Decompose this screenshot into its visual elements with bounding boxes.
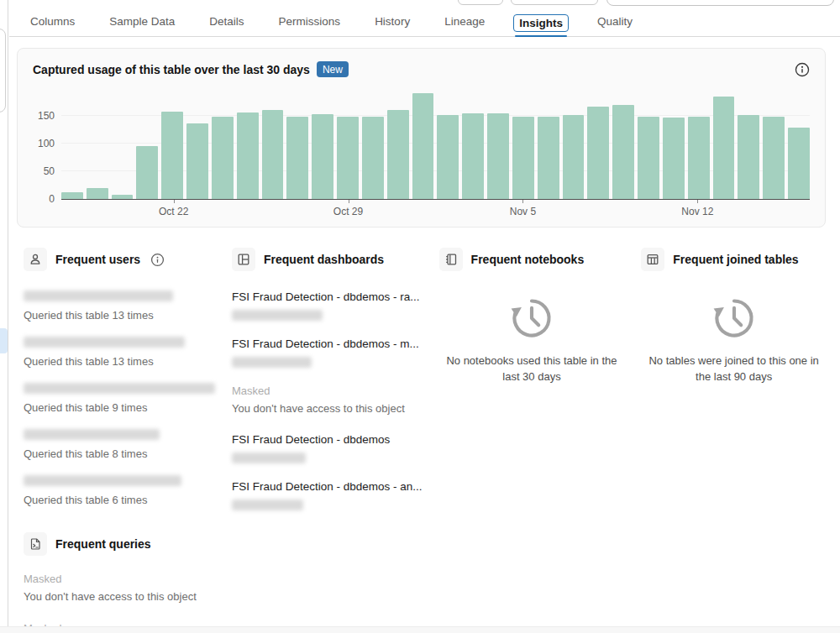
usage-bar[interactable]	[462, 113, 484, 199]
insights-tab-content: ColumnsSample DataDetailsPermissionsHist…	[9, 0, 840, 633]
frequent-user-item: Queried this table 13 times	[24, 290, 215, 322]
usage-bar[interactable]	[312, 114, 333, 199]
x-axis-tick	[697, 200, 698, 203]
usage-bar[interactable]	[87, 188, 108, 199]
usage-bar[interactable]	[538, 117, 559, 199]
dashboard-link[interactable]: FSI Fraud Detection - dbdemos - an...	[232, 480, 423, 493]
usage-bar[interactable]	[487, 113, 509, 199]
y-axis-tick-label: 100	[38, 138, 55, 149]
usage-bar[interactable]	[286, 117, 308, 199]
frequent-dashboard-item: FSI Fraud Detection - dbdemos - ra...	[232, 290, 423, 321]
frequent-notebooks-header: Frequent notebooks	[439, 248, 625, 271]
masked-dashboard-subtitle	[232, 453, 306, 463]
frequent-queries-list: MaskedYou don't have access to this obje…	[24, 573, 215, 633]
usage-panel-header: Captured usage of this table over the la…	[33, 61, 810, 77]
usage-bar[interactable]	[61, 192, 83, 199]
frequent-dashboards-column: Frequent dashboards FSI Fraud Detection …	[232, 248, 423, 633]
masked-access-text: You don't have access to this object	[232, 402, 423, 415]
top-button-fragment[interactable]	[511, 0, 598, 5]
frequent-users-header: Frequent users	[24, 248, 215, 271]
sidebar-selected-item-fragment[interactable]	[0, 328, 8, 353]
tab-permissions[interactable]: Permissions	[273, 15, 347, 36]
usage-bar[interactable]	[262, 110, 284, 199]
frequent-dashboards-title: Frequent dashboards	[264, 253, 384, 266]
masked-user-name	[24, 290, 173, 301]
top-search-fragment[interactable]	[606, 0, 834, 6]
usage-bar[interactable]	[587, 107, 609, 199]
top-button-fragment[interactable]	[458, 0, 503, 5]
usage-bar[interactable]	[186, 123, 208, 199]
bottom-band	[0, 626, 840, 633]
masked-user-name	[24, 337, 185, 348]
info-icon[interactable]	[795, 62, 810, 77]
frequent-user-item: Queried this table 6 times	[24, 475, 215, 506]
dashboard-link[interactable]: FSI Fraud Detection - dbdemos - m...	[232, 337, 423, 350]
user-query-count: Queried this table 6 times	[24, 494, 215, 506]
masked-access-text: You don't have access to this object	[24, 590, 215, 603]
insight-columns: Frequent users Queried this table 13 tim…	[24, 248, 827, 633]
frequent-joined-tables-column: Frequent joined tables No tables were jo…	[641, 248, 827, 633]
masked-dashboard-subtitle	[232, 310, 323, 321]
usage-bars	[61, 89, 810, 199]
frequent-users-title: Frequent users	[55, 253, 140, 266]
x-axis-tick	[522, 200, 523, 203]
tab-columns[interactable]: Columns	[24, 15, 81, 36]
tab-label: Lineage	[438, 13, 491, 30]
frequent-user-item: Queried this table 9 times	[24, 383, 215, 414]
usage-bar[interactable]	[688, 117, 710, 199]
frequent-users-list: Queried this table 13 timesQueried this …	[24, 290, 215, 506]
usage-bar[interactable]	[136, 146, 158, 199]
frequent-notebooks-title: Frequent notebooks	[471, 253, 585, 266]
usage-bar[interactable]	[362, 117, 384, 199]
x-axis-tick-label: Oct 22	[159, 206, 188, 217]
frequent-dashboards-list: FSI Fraud Detection - dbdemos - ra...FSI…	[232, 290, 423, 510]
usage-bar[interactable]	[212, 117, 234, 199]
masked-user-name	[24, 475, 181, 486]
masked-label: Masked	[24, 573, 215, 585]
joined-tables-empty-state: No tables were joined to this one in the…	[641, 271, 827, 385]
frequent-dashboard-item: FSI Fraud Detection - dbdemos - an...	[232, 480, 423, 510]
user-query-count: Queried this table 13 times	[24, 309, 215, 322]
usage-bar[interactable]	[337, 117, 359, 199]
tab-sample-data[interactable]: Sample Data	[103, 15, 181, 36]
usage-bar[interactable]	[112, 195, 134, 199]
masked-dashboard-subtitle	[232, 357, 312, 368]
masked-user-name	[24, 383, 215, 394]
usage-bar[interactable]	[161, 112, 183, 199]
tab-label: Sample Data	[103, 13, 181, 30]
history-icon	[507, 294, 556, 343]
usage-bar[interactable]	[563, 115, 585, 199]
x-axis-tick-label: Oct 29	[333, 206, 363, 217]
joined-tables-empty-text: No tables were joined to this one in the…	[641, 353, 827, 385]
dashboard-link[interactable]: FSI Fraud Detection - dbdemos - ra...	[232, 290, 423, 303]
masked-query-item: MaskedYou don't have access to this obje…	[24, 573, 215, 603]
usage-bar[interactable]	[512, 117, 534, 199]
notebook-icon	[439, 248, 463, 271]
y-axis-tick-label: 0	[49, 193, 55, 205]
info-icon[interactable]	[150, 253, 165, 267]
dashboard-link[interactable]: FSI Fraud Detection - dbdemos	[232, 433, 423, 446]
usage-bar[interactable]	[237, 112, 259, 199]
tab-insights[interactable]: Insights	[513, 17, 569, 36]
usage-panel: Captured usage of this table over the la…	[17, 48, 826, 228]
sidebar-panel-fragment	[0, 29, 6, 112]
usage-bar[interactable]	[612, 105, 634, 199]
tab-lineage[interactable]: Lineage	[438, 15, 491, 36]
usage-bar[interactable]	[437, 115, 459, 199]
usage-bar[interactable]	[638, 117, 659, 199]
usage-bar[interactable]	[713, 97, 735, 199]
tab-history[interactable]: History	[369, 15, 416, 36]
usage-bar[interactable]	[412, 93, 434, 199]
tab-details[interactable]: Details	[203, 15, 249, 36]
y-axis-tick-label: 50	[44, 165, 55, 177]
usage-bar[interactable]	[738, 115, 759, 199]
masked-dashboard-subtitle	[232, 500, 303, 510]
frequent-joined-tables-title: Frequent joined tables	[673, 253, 798, 266]
usage-bar[interactable]	[763, 117, 785, 199]
usage-bar[interactable]	[663, 118, 685, 199]
tab-quality[interactable]: Quality	[591, 15, 638, 36]
usage-bar[interactable]	[387, 110, 409, 199]
masked-dashboard-item: MaskedYou don't have access to this obje…	[232, 385, 423, 415]
tab-label: History	[369, 13, 416, 30]
usage-bar[interactable]	[788, 128, 810, 199]
